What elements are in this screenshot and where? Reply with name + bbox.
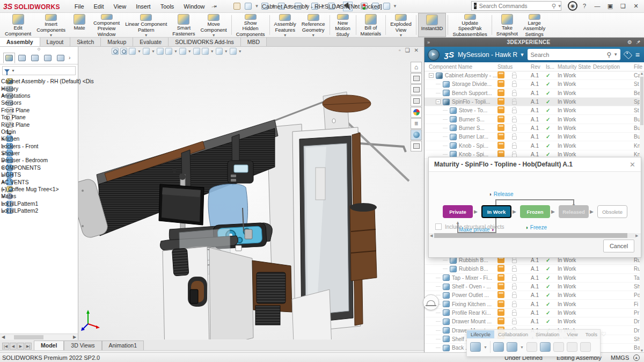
cad-model[interactable] [75, 47, 429, 339]
menu-view[interactable]: View [109, 2, 131, 11]
component-row[interactable]: Stove - To...A.1✓In WorkSt [425, 106, 640, 115]
menu-window[interactable]: Window [179, 2, 209, 11]
column-status[interactable]: Status [497, 64, 531, 70]
tree-item-sensors[interactable]: Sensors [1, 99, 78, 106]
panel-search-caret-icon[interactable]: ▼ [613, 52, 618, 57]
assembly-features-button[interactable]: Assembly Features▼ [272, 13, 299, 37]
action-tab-collaboration[interactable]: Collaboration [494, 330, 532, 338]
dialog-close-icon[interactable]: ✕ [630, 161, 635, 169]
flyout-caret-icon[interactable]: ▼ [212, 33, 216, 37]
component-row[interactable]: Fixing Kitchen ...A.1✓In WorkFi [425, 300, 640, 308]
exploded-view-button[interactable]: Exploded View▼ [387, 13, 414, 37]
tab-mbd[interactable]: MBD [241, 38, 267, 46]
panel-search-icon[interactable]: ⚲ [606, 51, 611, 59]
caret-icon[interactable]: ▼ [393, 4, 397, 9]
status-globe-icon[interactable] [633, 354, 640, 361]
close-button[interactable]: ✕ [630, 1, 642, 11]
reference-geometry-button[interactable]: Reference Geometry▼ [299, 13, 328, 37]
state-released[interactable]: Released [559, 205, 589, 218]
doc-tab-3d-views[interactable]: 3D Views [64, 341, 101, 350]
release-transition[interactable]: ◗ Release [489, 191, 514, 197]
tree-item-mates[interactable]: ▶Mates [1, 193, 78, 200]
tab-displaymanager[interactable] [55, 53, 67, 63]
state-frozen[interactable]: Frozen [520, 205, 550, 218]
tree-item-locallpattern1[interactable]: ▶LocalLPattern1 [1, 200, 78, 207]
qa-save[interactable] [276, 2, 287, 11]
take-snapshot-button[interactable]: Take Snapshot [494, 13, 521, 37]
linear-component-pattern-button[interactable]: Linear Component Pattern▼ [122, 13, 170, 37]
panel-menu-icon[interactable]: ≡ [635, 50, 640, 59]
component-row[interactable]: Power Outlet ...A.1✓In WorkPo [425, 291, 640, 300]
scroll-right-icon[interactable]: ▶ [635, 234, 640, 238]
pin-icon[interactable]: 📌︎ [210, 2, 219, 10]
flyout-caret-icon[interactable]: ▼ [144, 33, 148, 37]
favorites-icon[interactable]: ♡ [601, 331, 606, 338]
flyout-caret-icon[interactable]: ▼ [311, 33, 315, 37]
tree-item-dresser-bedroom[interactable]: ▶Dresser - Bedroom [1, 157, 78, 164]
tab-markup[interactable]: Markup [101, 38, 133, 46]
menu-file[interactable]: File [70, 2, 89, 11]
insert-components-button[interactable]: Insert Components▼ [34, 13, 68, 37]
scroll-left-icon[interactable]: ◀ [0, 335, 6, 339]
tree-item-origin[interactable]: Origin [1, 128, 78, 135]
component-row[interactable]: Bench Support...A.1✓In WorkBe [425, 89, 640, 98]
collapse-icon[interactable]: − [436, 99, 441, 104]
command-search-input[interactable] [479, 3, 552, 9]
refresh-database-icon[interactable] [493, 342, 504, 352]
tab-featuremanager[interactable] [3, 53, 15, 63]
column-is[interactable]: Is... [546, 64, 558, 70]
doc-tab-model[interactable]: Model [34, 341, 64, 350]
scroll-left-icon[interactable]: ◀ [430, 234, 434, 238]
tree-item-right-plane[interactable]: Right Plane [1, 121, 78, 128]
save-to-3dexperience-icon[interactable] [470, 342, 481, 352]
action-tab-view[interactable]: View [563, 330, 581, 338]
tab-solidworks-add-ins[interactable]: SOLIDWORKS Add-Ins [169, 38, 241, 46]
panel-splitter-handle[interactable] [0, 47, 78, 52]
maximize-button[interactable]: ▣ [604, 1, 616, 11]
state-in-work[interactable]: In Work [481, 205, 511, 218]
explore-icon[interactable] [507, 342, 517, 352]
mate-button[interactable]: Mate [68, 13, 91, 37]
tab-dimxpertmanager[interactable] [42, 53, 54, 63]
tab-layout[interactable]: Layout [40, 38, 71, 46]
bill-of-materials-button[interactable]: Bill of Materials [358, 13, 384, 37]
action-tab-simulation[interactable]: Simulation [532, 330, 563, 338]
tree-item-components[interactable]: ▶COMPONENTS [1, 164, 78, 171]
qa-redo[interactable] [326, 2, 336, 11]
column-description[interactable]: Description [593, 64, 634, 70]
dialog-titlebar[interactable]: Maturity - SpinFlo - Topline - Hob(Defau… [429, 157, 641, 172]
doc-tab-animation1[interactable]: Animation1 [102, 341, 144, 350]
menu-insert[interactable]: Insert [131, 2, 156, 11]
edit-component-button[interactable]: Edit Component [2, 13, 34, 37]
caret-icon[interactable]: ▼ [288, 4, 292, 9]
tree-item-history[interactable]: ▶History [1, 85, 78, 92]
qa-select[interactable] [343, 2, 353, 11]
flyout-caret-icon[interactable]: ▼ [283, 33, 287, 37]
tree-item-shower[interactable]: ▶Shower [1, 150, 78, 157]
tree-item-ac-vents[interactable]: ▶AC VENTS [1, 178, 78, 185]
tag-icon[interactable] [624, 50, 633, 59]
caret-icon[interactable]: ▼ [354, 4, 358, 9]
session-caret-icon[interactable]: ▼ [520, 52, 525, 57]
3dcompass-icon[interactable] [428, 49, 440, 61]
tree-filter[interactable]: ▼ [2, 66, 76, 75]
caret-icon[interactable]: ▼ [520, 345, 524, 349]
help-icon[interactable]: ? [579, 1, 590, 11]
flyout-caret-icon[interactable]: ▼ [399, 33, 402, 37]
caret-icon[interactable]: ▼ [338, 4, 342, 9]
minimize-button[interactable]: — [591, 1, 603, 11]
tree-structure-icon[interactable] [540, 342, 551, 352]
column-rev[interactable]: Rev [531, 64, 546, 70]
action-tab-tools[interactable]: Tools [582, 330, 601, 338]
checkbox-icon[interactable] [435, 223, 442, 230]
caret-icon[interactable]: ▼ [484, 345, 487, 349]
instant3d-button[interactable]: Instant3D [418, 13, 447, 37]
caret-icon[interactable]: ▼ [321, 4, 325, 9]
include-structural-checkbox[interactable]: Include structural objects [435, 223, 504, 230]
tab-assembly[interactable]: Assembly [0, 38, 40, 46]
tab-evaluate[interactable]: Evaluate [133, 38, 169, 46]
qa-open[interactable] [260, 2, 270, 11]
component-row[interactable]: Profile Rear Ki...A.1✓In WorkPr [425, 309, 640, 317]
session-label[interactable]: MySession - Hawk Ridge Gr... [458, 51, 517, 59]
search-icon[interactable]: ⚲ [552, 3, 556, 10]
